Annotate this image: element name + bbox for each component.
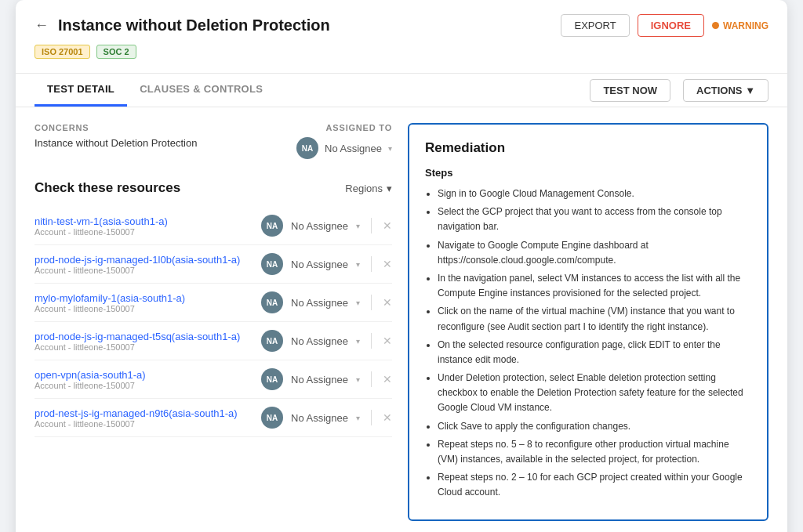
regions-label: Regions xyxy=(345,183,383,194)
remediation-step: Under Deletion protection, select Enable… xyxy=(438,371,751,416)
resource-account: Account - littleone-150007 xyxy=(35,304,261,313)
remediation-step: Repeat steps no. 5 – 8 to reconfigure ot… xyxy=(438,437,751,467)
remediation-title: Remediation xyxy=(425,140,751,156)
concerns-assigned-row: CONCERNS Instance without Deletion Prote… xyxy=(35,123,392,165)
remediation-step: Click Save to apply the configuration ch… xyxy=(438,419,751,434)
remediation-step: Click on the name of the virtual machine… xyxy=(438,304,751,334)
resource-info: open-vpn(asia-south1-a) Account - little… xyxy=(35,369,261,390)
concerns-label: CONCERNS xyxy=(35,123,235,132)
remediation-step: Sign in to Google Cloud Management Conso… xyxy=(438,186,751,201)
concerns-value: Instance without Deletion Protection xyxy=(35,137,235,149)
resource-assignee: No Assignee xyxy=(291,412,348,424)
resource-chevron-icon[interactable]: ▾ xyxy=(356,299,360,307)
resource-close-icon[interactable]: ✕ xyxy=(383,258,392,270)
back-button[interactable]: ← xyxy=(35,17,49,34)
assignee-avatar: NA xyxy=(296,137,318,159)
remediation-step: Navigate to Google Compute Engine dashbo… xyxy=(438,238,751,268)
resource-assignee: No Assignee xyxy=(291,335,348,347)
resource-chevron-icon[interactable]: ▾ xyxy=(356,337,360,346)
resource-item: prod-nest-js-ig-managed-n9t6(asia-south1… xyxy=(35,399,392,437)
resource-name[interactable]: prod-node-js-ig-managed-1l0b(asia-south1… xyxy=(35,254,261,266)
resource-avatar: NA xyxy=(261,407,283,429)
divider xyxy=(371,218,372,233)
resource-name[interactable]: nitin-test-vm-1(asia-south1-a) xyxy=(35,215,261,227)
remediation-step: In the navigation panel, select VM insta… xyxy=(438,271,751,301)
concerns-block: CONCERNS Instance without Deletion Prote… xyxy=(35,123,235,165)
resource-account: Account - littleone-150007 xyxy=(35,381,261,390)
tag-iso27001[interactable]: ISO 27001 xyxy=(35,45,90,59)
resource-item: open-vpn(asia-south1-a) Account - little… xyxy=(35,360,392,399)
export-button[interactable]: EXPORT xyxy=(561,14,629,37)
resource-info: prod-node-js-ig-managed-1l0b(asia-south1… xyxy=(35,254,261,275)
resource-info: prod-nest-js-ig-managed-n9t6(asia-south1… xyxy=(35,407,261,429)
resource-name[interactable]: prod-nest-js-ig-managed-n9t6(asia-south1… xyxy=(35,407,261,419)
divider xyxy=(371,410,372,425)
resource-close-icon[interactable]: ✕ xyxy=(383,335,392,347)
assigned-row: NA No Assignee ▾ xyxy=(235,137,392,159)
resource-right: NA No Assignee ▾ ✕ xyxy=(261,407,392,429)
remediation-steps-list: Sign in to Google Cloud Management Conso… xyxy=(425,186,751,501)
resource-item: prod-node-js-ig-managed-t5sq(asia-south1… xyxy=(35,322,392,360)
regions-button[interactable]: Regions ▾ xyxy=(345,183,392,194)
regions-chevron-icon: ▾ xyxy=(387,183,392,194)
header-left: ← Instance without Deletion Protection xyxy=(35,16,330,34)
tabs-right: TEST NOW ACTIONS ▼ xyxy=(590,79,768,102)
remediation-step: Repeat steps no. 2 – 10 for each GCP pro… xyxy=(438,470,751,500)
resource-info: mylo-mylofamily-1(asia-south1-a) Account… xyxy=(35,292,261,313)
tab-clauses-controls[interactable]: CLAUSES & CONTROLS xyxy=(127,74,275,107)
assignee-chevron-icon[interactable]: ▾ xyxy=(388,144,392,153)
header-right: EXPORT IGNORE WARNING xyxy=(561,14,768,37)
divider xyxy=(371,371,372,387)
tab-test-detail[interactable]: TEST DETAIL xyxy=(35,74,127,107)
warning-dot xyxy=(712,22,719,29)
resource-list-header: Check these resources Regions ▾ xyxy=(35,180,392,196)
resource-assignee: No Assignee xyxy=(291,259,348,270)
test-now-button[interactable]: TEST NOW xyxy=(590,79,670,102)
actions-button[interactable]: ACTIONS ▼ xyxy=(683,79,768,102)
right-panel: Remediation Steps Sign in to Google Clou… xyxy=(408,123,768,521)
resource-close-icon[interactable]: ✕ xyxy=(383,411,392,424)
divider xyxy=(371,333,372,349)
divider xyxy=(371,295,372,310)
resource-avatar: NA xyxy=(261,291,283,313)
header-top: ← Instance without Deletion Protection E… xyxy=(35,14,768,37)
resource-info: prod-node-js-ig-managed-t5sq(asia-south1… xyxy=(35,331,261,352)
resource-right: NA No Assignee ▾ ✕ xyxy=(261,253,392,275)
resource-name[interactable]: mylo-mylofamily-1(asia-south1-a) xyxy=(35,292,261,304)
assignee-name: No Assignee xyxy=(325,143,382,154)
resource-avatar: NA xyxy=(261,330,283,352)
resource-right: NA No Assignee ▾ ✕ xyxy=(261,330,392,352)
resource-list-title: Check these resources xyxy=(35,180,180,196)
resource-assignee: No Assignee xyxy=(291,374,348,385)
resource-chevron-icon[interactable]: ▾ xyxy=(356,260,360,269)
resource-chevron-icon[interactable]: ▾ xyxy=(356,375,360,384)
resource-item: mylo-mylofamily-1(asia-south1-a) Account… xyxy=(35,284,392,322)
tag-soc2[interactable]: SOC 2 xyxy=(96,45,136,59)
resource-chevron-icon[interactable]: ▾ xyxy=(356,414,360,422)
resource-info: nitin-test-vm-1(asia-south1-a) Account -… xyxy=(35,215,261,237)
resource-right: NA No Assignee ▾ ✕ xyxy=(261,215,392,237)
assigned-label: ASSIGNED TO xyxy=(235,123,392,132)
resource-account: Account - littleone-150007 xyxy=(35,227,261,237)
resource-assignee: No Assignee xyxy=(291,220,348,232)
resource-chevron-icon[interactable]: ▾ xyxy=(356,222,360,230)
resource-close-icon[interactable]: ✕ xyxy=(383,373,392,385)
resource-item: nitin-test-vm-1(asia-south1-a) Account -… xyxy=(35,207,392,245)
main-card: ← Instance without Deletion Protection E… xyxy=(16,0,787,532)
resource-name[interactable]: open-vpn(asia-south1-a) xyxy=(35,369,261,381)
resource-name[interactable]: prod-node-js-ig-managed-t5sq(asia-south1… xyxy=(35,331,261,342)
resource-account: Account - littleone-150007 xyxy=(35,342,261,352)
resource-item: prod-node-js-ig-managed-1l0b(asia-south1… xyxy=(35,245,392,284)
resource-account: Account - littleone-150007 xyxy=(35,419,261,429)
remediation-box: Remediation Steps Sign in to Google Clou… xyxy=(408,123,768,521)
resource-avatar: NA xyxy=(261,253,283,275)
header: ← Instance without Deletion Protection E… xyxy=(16,0,787,74)
resource-assignee: No Assignee xyxy=(291,297,348,309)
main-content: CONCERNS Instance without Deletion Prote… xyxy=(16,107,787,532)
resource-close-icon[interactable]: ✕ xyxy=(383,296,392,309)
resource-close-icon[interactable]: ✕ xyxy=(383,219,392,232)
resource-avatar: NA xyxy=(261,215,283,237)
tags-row: ISO 27001 SOC 2 xyxy=(35,45,768,59)
ignore-button[interactable]: IGNORE xyxy=(638,14,704,37)
resource-avatar: NA xyxy=(261,368,283,390)
